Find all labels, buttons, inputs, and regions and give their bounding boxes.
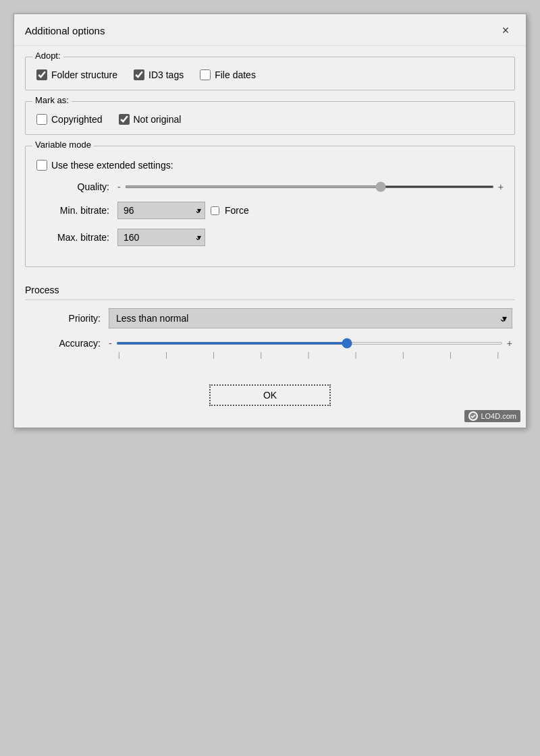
accuracy-label: Accuracy:: [28, 338, 109, 349]
dialog-title: Additional options: [25, 25, 105, 36]
accuracy-slider[interactable]: [116, 342, 503, 345]
priority-select-wrapper: Idle Below normal Less than normal Norma…: [109, 308, 512, 328]
accuracy-row: Accuracy: - +: [28, 338, 512, 349]
folder-structure-checkbox[interactable]: [36, 69, 47, 80]
variable-mode-section: Variable mode Use these extended setting…: [25, 146, 515, 267]
quality-row: Quality: - +: [36, 181, 504, 192]
file-dates-item[interactable]: File dates: [200, 69, 256, 80]
force-label: Force: [225, 205, 249, 216]
quality-slider[interactable]: [125, 185, 494, 188]
use-extended-checkbox[interactable]: [36, 160, 47, 171]
ok-button[interactable]: OK: [209, 384, 331, 406]
adopt-section: Adopt: Folder structure ID3 tags File da…: [25, 57, 515, 90]
max-bitrate-select[interactable]: 32404856 648096112 128160192224 256320: [117, 229, 205, 246]
file-dates-checkbox[interactable]: [200, 69, 211, 80]
watermark: LO4D.com: [464, 410, 520, 422]
variable-mode-content: Use these extended settings: Quality: - …: [36, 160, 504, 246]
accuracy-slider-container: - +: [109, 338, 512, 349]
title-bar: Additional options ×: [14, 14, 526, 46]
max-bitrate-select-wrapper: 32404856 648096112 128160192224 256320 ▾: [117, 229, 205, 246]
id3-tags-label: ID3 tags: [148, 69, 184, 80]
max-bitrate-label: Max. bitrate:: [36, 232, 117, 243]
tick-1: |: [118, 351, 120, 359]
not-original-label: Not original: [134, 114, 182, 125]
mark-as-checkboxes: Copyrighted Not original: [36, 114, 504, 125]
force-checkbox[interactable]: [211, 206, 219, 215]
file-dates-label: File dates: [215, 69, 256, 80]
tick-3: |: [213, 351, 215, 359]
adopt-checkboxes: Folder structure ID3 tags File dates: [36, 69, 504, 80]
process-section: Process Priority: Idle Below normal Less…: [25, 278, 515, 374]
adopt-checkbox-row: Folder structure ID3 tags File dates: [36, 69, 504, 80]
not-original-item[interactable]: Not original: [119, 114, 182, 125]
tick-9: |: [497, 351, 499, 359]
mark-as-checkbox-row: Copyrighted Not original: [36, 114, 504, 125]
folder-structure-label: Folder structure: [51, 69, 117, 80]
dialog-content: Adopt: Folder structure ID3 tags File da…: [14, 46, 526, 428]
watermark-text: LO4D.com: [481, 412, 516, 420]
priority-label: Priority:: [28, 313, 109, 324]
max-bitrate-row: Max. bitrate: 32404856 648096112 1281601…: [36, 229, 504, 246]
process-title: Process: [25, 285, 515, 300]
process-fields: Priority: Idle Below normal Less than no…: [25, 308, 515, 359]
quality-slider-container: - +: [117, 181, 504, 192]
accuracy-minus: -: [109, 338, 112, 349]
tick-6: |: [355, 351, 357, 359]
id3-tags-checkbox[interactable]: [134, 69, 144, 80]
min-bitrate-select-wrapper: 32404856 648096112 128160192224 256320 ▾: [117, 202, 205, 219]
tick-7: |: [402, 351, 404, 359]
additional-options-dialog: Additional options × Adopt: Folder struc…: [14, 13, 526, 428]
accuracy-plus: +: [507, 338, 512, 349]
tick-8: |: [450, 351, 452, 359]
quality-label: Quality:: [36, 181, 117, 192]
watermark-icon: [468, 411, 478, 421]
copyrighted-checkbox[interactable]: [36, 114, 47, 125]
copyrighted-label: Copyrighted: [51, 114, 103, 125]
priority-select[interactable]: Idle Below normal Less than normal Norma…: [109, 308, 512, 328]
close-button[interactable]: ×: [496, 21, 515, 40]
id3-tags-item[interactable]: ID3 tags: [134, 69, 184, 80]
quality-plus: +: [498, 181, 504, 192]
copyrighted-item[interactable]: Copyrighted: [36, 114, 103, 125]
folder-structure-item[interactable]: Folder structure: [36, 69, 117, 80]
accuracy-ticks: | | | | | | | | |: [28, 351, 512, 359]
min-bitrate-row: Min. bitrate: 32404856 648096112 1281601…: [36, 202, 504, 219]
use-extended-item[interactable]: Use these extended settings:: [36, 160, 504, 171]
mark-as-label: Mark as:: [32, 95, 72, 105]
tick-4: |: [261, 351, 263, 359]
lo4d-icon: [469, 412, 477, 420]
min-bitrate-label: Min. bitrate:: [36, 205, 117, 216]
force-row: Force: [211, 205, 249, 216]
tick-2: |: [165, 351, 167, 359]
adopt-label: Adopt:: [32, 51, 63, 61]
variable-mode-label: Variable mode: [32, 140, 94, 150]
use-extended-label: Use these extended settings:: [51, 160, 173, 171]
mark-as-section: Mark as: Copyrighted Not original: [25, 101, 515, 135]
priority-row: Priority: Idle Below normal Less than no…: [28, 308, 512, 328]
min-bitrate-select[interactable]: 32404856 648096112 128160192224 256320: [117, 202, 205, 219]
quality-minus: -: [117, 181, 121, 192]
tick-5: |: [308, 351, 310, 359]
not-original-checkbox[interactable]: [119, 114, 130, 125]
